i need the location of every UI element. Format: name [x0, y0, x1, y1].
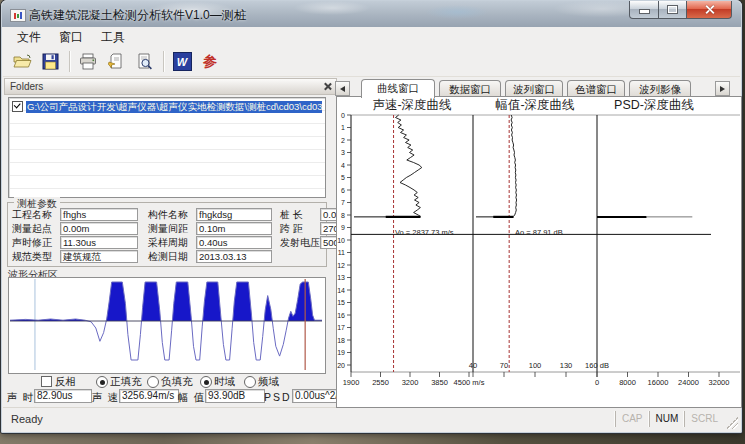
parameter-button[interactable]: 参	[197, 49, 223, 74]
svg-text:1: 1	[341, 124, 345, 131]
print-button[interactable]	[75, 49, 101, 74]
window-controls	[629, 1, 732, 19]
close-button[interactable]	[686, 1, 732, 19]
sampling-period-field[interactable]: 0.40us	[196, 236, 272, 249]
spec-type-field[interactable]: 建筑规范	[60, 250, 138, 263]
negative-fill-radio[interactable]	[147, 376, 159, 388]
chevron-left-icon	[340, 86, 345, 92]
params-row: 规范类型 建筑规范 检测日期 2013.03.13	[12, 250, 324, 263]
svg-text:15: 15	[337, 299, 345, 306]
positive-fill-label: 正填充	[110, 375, 142, 389]
chevron-right-icon	[720, 86, 725, 92]
sound-time-label: 声 时	[7, 391, 34, 405]
toolbar-separator	[69, 51, 71, 72]
amplitude-value[interactable]: 93.90dB	[205, 389, 265, 403]
sound-time-correction-field[interactable]: 11.30us	[60, 236, 138, 249]
invert-label: 反相	[55, 375, 76, 389]
sound-speed-value[interactable]: 3256.94m/s	[119, 389, 179, 403]
waveform-options-row: 反相 正填充 负填充 时域 频域	[4, 375, 330, 388]
statusbar: Ready CAP NUM SCRL	[3, 407, 740, 431]
measure-interval-field[interactable]: 0.10m	[196, 222, 272, 235]
svg-text:0: 0	[595, 378, 599, 387]
psd-label: PSD	[264, 391, 292, 403]
titlebar[interactable]: 高铁建筑混凝土检测分析软件V1.0—测桩	[2, 1, 741, 27]
word-export-button[interactable]: W	[169, 49, 195, 74]
freq-domain-radio[interactable]	[244, 376, 256, 388]
window-title: 高铁建筑混凝土检测分析软件V1.0—测桩	[29, 7, 246, 24]
close-icon	[704, 4, 715, 15]
svg-text:24000: 24000	[678, 378, 699, 387]
waveform-panel[interactable]	[8, 277, 326, 374]
tab-curve-window[interactable]: 曲线窗口	[361, 79, 435, 98]
list-item[interactable]: G:\公司产品设计开发\超声仪器\超声仪实地检测数据\测桩cd\cd03\cd0…	[12, 100, 322, 113]
parameter-icon: 参	[203, 53, 217, 71]
svg-text:7: 7	[341, 199, 345, 206]
svg-text:3: 3	[341, 149, 345, 156]
svg-text:5: 5	[341, 174, 345, 181]
svg-text:10: 10	[337, 237, 345, 244]
readouts-row: 声 时 82.90us 声 速 3256.94m/s 幅 值 93.90dB P…	[4, 389, 330, 404]
print-preview-button[interactable]	[131, 49, 157, 74]
svg-text:1900: 1900	[343, 378, 360, 387]
sound-time-value[interactable]: 82.90us	[34, 389, 92, 403]
menu-tools[interactable]: 工具	[93, 27, 133, 48]
svg-text:19: 19	[337, 349, 345, 356]
page-export-icon	[108, 53, 125, 70]
time-domain-radio[interactable]	[200, 376, 212, 388]
save-button[interactable]	[37, 49, 63, 74]
svg-text:PSD-深度曲线: PSD-深度曲线	[614, 98, 694, 112]
positive-fill-radio[interactable]	[96, 376, 108, 388]
maximize-button[interactable]	[659, 1, 686, 19]
svg-text:70: 70	[500, 361, 508, 370]
sound-speed-label: 声 速	[92, 391, 119, 405]
freq-domain-label: 频域	[258, 375, 279, 389]
waveform-plot	[9, 278, 323, 371]
svg-text:17: 17	[337, 324, 345, 331]
caps-lock-indicator: CAP	[615, 411, 649, 427]
svg-text:16: 16	[337, 312, 345, 319]
svg-text:16000: 16000	[648, 378, 669, 387]
toolbar-separator	[163, 51, 165, 72]
tab-scroll-right-button[interactable]	[715, 81, 730, 96]
svg-text:声速-深度曲线: 声速-深度曲线	[372, 98, 451, 112]
num-lock-indicator: NUM	[649, 411, 685, 427]
svg-text:13: 13	[337, 274, 345, 281]
measure-start-field[interactable]: 0.00m	[60, 222, 138, 235]
pile-params-groupbox: 测桩参数 工程名称 fhghs 构件名称 fhgkdsg 桩 长 0.00m 测…	[7, 202, 327, 267]
svg-text:40: 40	[469, 361, 477, 370]
status-text: Ready	[11, 413, 43, 425]
svg-text:0: 0	[341, 112, 345, 119]
amplitude-label: 幅 值	[178, 391, 205, 405]
toolbar: W 参	[3, 47, 740, 77]
negative-fill-label: 负填充	[161, 375, 193, 389]
checkbox-checked-icon[interactable]	[12, 101, 23, 112]
status-indicators: CAP NUM SCRL	[615, 411, 724, 427]
invert-checkbox[interactable]	[41, 376, 52, 387]
export-button[interactable]	[103, 49, 129, 74]
open-file-button[interactable]	[9, 49, 35, 74]
menu-window[interactable]: 窗口	[51, 27, 91, 48]
svg-text:4500 m/s: 4500 m/s	[454, 378, 485, 387]
maximize-icon	[667, 5, 678, 14]
printer-icon	[79, 53, 97, 70]
menu-file[interactable]: 文件	[9, 27, 49, 48]
minimize-button[interactable]	[629, 1, 659, 19]
svg-text:18: 18	[337, 337, 345, 344]
svg-text:20: 20	[337, 362, 345, 369]
tab-scroll-left-button[interactable]	[335, 81, 350, 96]
svg-text:2: 2	[341, 137, 345, 144]
svg-text:4: 4	[341, 162, 345, 169]
params-row: 测量起点 0.00m 测量间距 0.10m 跨 距 270mm	[12, 222, 324, 235]
resize-grip[interactable]	[726, 417, 738, 429]
project-name-field[interactable]: fhghs	[60, 208, 138, 221]
svg-text:11: 11	[338, 249, 345, 256]
folders-pane-header[interactable]: Folders	[4, 78, 337, 95]
test-date-field[interactable]: 2013.03.13	[196, 250, 272, 263]
component-name-field[interactable]: fhgkdsg	[196, 208, 272, 221]
svg-text:9: 9	[341, 224, 345, 231]
folders-close-icon[interactable]	[323, 82, 332, 91]
open-folder-icon	[13, 53, 32, 70]
curve-window-content[interactable]: 01234567891011121314151617181920声速-深度曲线1…	[336, 96, 742, 408]
folders-list[interactable]: G:\公司产品设计开发\超声仪器\超声仪实地检测数据\测桩cd\cd03\cd0…	[8, 97, 326, 198]
tabstrip: 曲线窗口 数据窗口 波列窗口 色谱窗口 波列影像	[334, 79, 742, 97]
